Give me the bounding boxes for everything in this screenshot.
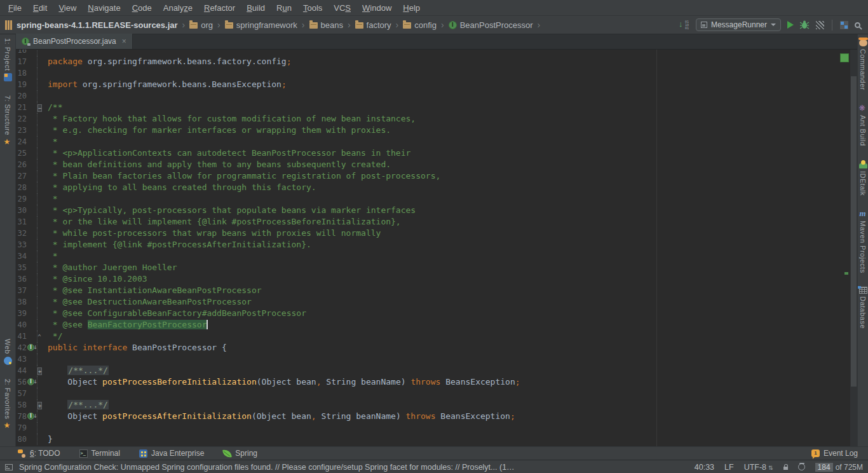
inspection-status-indicator[interactable] <box>840 53 849 62</box>
readonly-lock-icon[interactable] <box>783 467 788 470</box>
line-number: 18 <box>16 67 27 79</box>
code-line[interactable]: 25 * <p>ApplicationContexts can autodete… <box>16 147 857 159</box>
fold-marker-icon[interactable]: + <box>37 367 42 375</box>
implemented-marker-icon[interactable]: I <box>27 344 34 351</box>
code-line[interactable]: 80} <box>16 434 857 445</box>
toolwindow-button-7-structure[interactable]: 7: Structure <box>4 95 12 146</box>
menu-item-refactor[interactable]: Refactor <box>198 1 241 15</box>
fold-marker-icon[interactable]: + <box>37 402 42 409</box>
code-line[interactable]: 39 * @see ConfigurableBeanFactory#addBea… <box>16 308 857 319</box>
toolwindow-button-web[interactable]: Web <box>4 339 12 365</box>
editor-tab[interactable]: I BeanPostProcessor.java × <box>16 34 133 49</box>
menu-item-help[interactable]: Help <box>397 1 426 15</box>
code-line[interactable]: 19import org.springframework.beans.Beans… <box>16 79 857 90</box>
code-line[interactable]: 28 * applying to all beans created throu… <box>16 182 857 193</box>
update-sources-icon[interactable] <box>679 20 689 30</box>
code-line[interactable]: 44+ /**...*/ <box>16 365 857 376</box>
run-with-coverage-button[interactable] <box>816 21 824 29</box>
run-button[interactable] <box>787 21 794 29</box>
toolwindow-button-maven-projects[interactable]: Maven Projects <box>859 210 867 273</box>
code-line[interactable]: 21−/** <box>16 102 857 113</box>
code-line[interactable]: 29 * <box>16 193 857 205</box>
toggle-toolwindows-icon[interactable] <box>5 464 13 470</box>
tool-button-6-todo[interactable]: 6: TODO <box>18 449 60 458</box>
code-line[interactable]: 37 * @see InstantiationAwareBeanPostProc… <box>16 285 857 296</box>
inspection-profile-icon[interactable] <box>798 463 805 470</box>
tool-button-java-enterprise[interactable]: Java Enterprise <box>139 449 204 458</box>
toolwindow-button-2-favorites[interactable]: 2: Favorites <box>4 379 12 430</box>
notification-balloon-icon <box>811 449 820 457</box>
code-line[interactable]: 36 * @since 10.10.2003 <box>16 273 857 285</box>
toolwindow-button-1-project[interactable]: 1: Project <box>4 38 12 81</box>
code-line[interactable]: 23 * e.g. checking for marker interfaces… <box>16 125 857 136</box>
code-line[interactable]: 41⌃ */ <box>16 331 857 342</box>
breadcrumb-item-config[interactable]: config <box>403 20 448 30</box>
editor-scrollbar-thumb[interactable] <box>851 76 857 387</box>
code-line[interactable]: 16 <box>16 50 857 56</box>
status-message[interactable]: Spring Configuration Check: Unmapped Spr… <box>19 463 515 472</box>
code-line[interactable]: 35 * @author Juergen Hoeller <box>16 262 857 273</box>
fold-marker-icon[interactable]: ⌃ <box>37 333 41 340</box>
toolwindow-button-ant-build[interactable]: Ant Build <box>859 104 867 146</box>
code-line[interactable]: 38 * @see DestructionAwareBeanPostProces… <box>16 296 857 308</box>
code-line[interactable]: 58+ /**...*/ <box>16 399 857 411</box>
search-icon[interactable] <box>855 22 860 28</box>
encoding-indicator[interactable]: UTF-8 <box>744 463 773 472</box>
tool-button-spring[interactable]: Spring <box>223 449 257 458</box>
menu-item-build[interactable]: Build <box>241 1 271 15</box>
menu-item-tools[interactable]: Tools <box>297 1 328 15</box>
application-servers-icon[interactable] <box>840 21 848 29</box>
implemented-marker-icon[interactable]: I <box>27 413 34 420</box>
breadcrumb-jar[interactable]: spring-beans-4.1.1.RELEASE-sources.jar <box>17 20 189 30</box>
code-line[interactable]: 57 <box>16 388 857 399</box>
code-line[interactable]: 30 * <p>Typically, post-processors that … <box>16 205 857 216</box>
code-line[interactable]: 34 * <box>16 250 857 262</box>
toolwindow-button-commander[interactable]: Commander <box>859 38 867 90</box>
menu-item-edit[interactable]: Edit <box>27 1 53 15</box>
menu-item-navigate[interactable]: Navigate <box>82 1 126 15</box>
menu-item-code[interactable]: Code <box>126 1 158 15</box>
menu-item-vcs[interactable]: VCS <box>328 1 356 15</box>
implemented-marker-icon[interactable]: I <box>27 378 34 385</box>
breadcrumb-item-org[interactable]: org <box>189 20 224 30</box>
code-line[interactable]: 56I Object postProcessBeforeInitializati… <box>16 376 857 388</box>
menu-item-analyze[interactable]: Analyze <box>158 1 198 15</box>
code-line[interactable]: 32 * while post-processors that wrap bea… <box>16 228 857 239</box>
memory-indicator[interactable]: 184 of 725M <box>815 463 863 472</box>
code-line[interactable]: 18 <box>16 67 857 79</box>
debug-button[interactable] <box>800 20 810 29</box>
code-line[interactable]: 22 * Factory hook that allows for custom… <box>16 113 857 125</box>
code-line[interactable]: 40 * @see BeanFactoryPostProcessor <box>16 319 857 331</box>
code-line[interactable]: 20 <box>16 90 857 102</box>
code-editor[interactable]: 1617package org.springframework.beans.fa… <box>16 50 857 446</box>
code-line[interactable]: 26 * bean definitions and apply them to … <box>16 159 857 170</box>
event-log-button[interactable]: Event Log <box>811 449 858 458</box>
code-line[interactable]: 27 * Plain bean factories allow for prog… <box>16 170 857 182</box>
error-stripe-mark[interactable] <box>844 272 848 275</box>
breadcrumb-item-springframework[interactable]: springframework <box>225 20 309 30</box>
code-line[interactable]: 42Ipublic interface BeanPostProcessor { <box>16 342 857 353</box>
editor-scrollbar[interactable] <box>850 50 857 446</box>
fold-marker-icon[interactable]: − <box>37 104 42 112</box>
menu-item-window[interactable]: Window <box>356 1 397 15</box>
code-line[interactable]: 33 * implement {@link #postProcessAfterI… <box>16 239 857 250</box>
run-configuration-select[interactable]: MessageRunner <box>696 18 781 31</box>
breadcrumb-item-beans[interactable]: beans <box>309 20 355 30</box>
menu-item-file[interactable]: File <box>3 1 27 15</box>
menu-item-view[interactable]: View <box>53 1 82 15</box>
caret-position[interactable]: 40:33 <box>695 463 714 472</box>
code-line[interactable]: 78I Object postProcessAfterInitializatio… <box>16 411 857 422</box>
code-line[interactable]: 17package org.springframework.beans.fact… <box>16 56 857 67</box>
code-line[interactable]: 79 <box>16 422 857 434</box>
code-line[interactable]: 31 * or the like will implement {@link #… <box>16 216 857 228</box>
menu-item-run[interactable]: Run <box>271 1 297 15</box>
tab-close-icon[interactable]: × <box>122 37 126 46</box>
breadcrumb-class[interactable]: I BeanPostProcessor <box>449 20 545 30</box>
toolwindow-button-idetalk[interactable]: IDEtalk <box>859 160 867 196</box>
tool-button-terminal[interactable]: Terminal <box>79 449 120 458</box>
toolwindow-button-database[interactable]: Database <box>859 287 867 329</box>
breadcrumb-item-factory[interactable]: factory <box>355 20 403 30</box>
line-ending-indicator[interactable]: LF <box>724 463 734 472</box>
code-line[interactable]: 24 * <box>16 136 857 147</box>
code-line[interactable]: 43 <box>16 353 857 365</box>
